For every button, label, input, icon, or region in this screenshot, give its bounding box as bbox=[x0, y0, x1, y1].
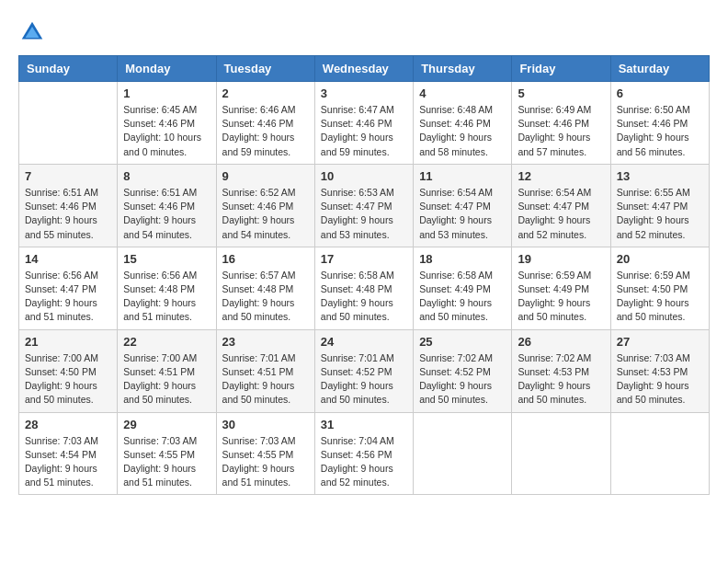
day-number: 2 bbox=[222, 86, 309, 100]
weekday-header-row: SundayMondayTuesdayWednesdayThursdayFrid… bbox=[19, 56, 710, 82]
day-cell: 21Sunrise: 7:00 AM Sunset: 4:50 PM Dayli… bbox=[19, 329, 118, 412]
day-cell: 4Sunrise: 6:48 AM Sunset: 4:46 PM Daylig… bbox=[414, 82, 512, 165]
day-cell: 7Sunrise: 6:51 AM Sunset: 4:46 PM Daylig… bbox=[19, 164, 118, 247]
day-number: 6 bbox=[617, 86, 703, 100]
day-number: 30 bbox=[222, 418, 309, 431]
day-number: 23 bbox=[222, 335, 309, 349]
day-cell: 19Sunrise: 6:59 AM Sunset: 4:49 PM Dayli… bbox=[512, 247, 610, 329]
day-number: 12 bbox=[518, 169, 604, 183]
week-row-2: 7Sunrise: 6:51 AM Sunset: 4:46 PM Daylig… bbox=[19, 164, 710, 247]
day-number: 15 bbox=[123, 252, 210, 266]
logo-icon bbox=[18, 18, 46, 46]
day-number: 24 bbox=[321, 335, 407, 349]
day-cell: 27Sunrise: 7:03 AM Sunset: 4:53 PM Dayli… bbox=[610, 329, 709, 412]
day-cell: 15Sunrise: 6:56 AM Sunset: 4:48 PM Dayli… bbox=[118, 247, 216, 329]
day-number: 8 bbox=[123, 169, 210, 183]
day-info: Sunrise: 6:54 AM Sunset: 4:47 PM Dayligh… bbox=[419, 186, 506, 242]
day-info: Sunrise: 6:47 AM Sunset: 4:46 PM Dayligh… bbox=[321, 103, 407, 159]
day-cell: 16Sunrise: 6:57 AM Sunset: 4:48 PM Dayli… bbox=[216, 247, 314, 329]
day-cell: 22Sunrise: 7:00 AM Sunset: 4:51 PM Dayli… bbox=[118, 329, 216, 412]
day-cell bbox=[19, 82, 118, 165]
day-info: Sunrise: 7:03 AM Sunset: 4:53 PM Dayligh… bbox=[617, 351, 703, 408]
day-info: Sunrise: 6:53 AM Sunset: 4:47 PM Dayligh… bbox=[321, 186, 407, 242]
day-cell: 17Sunrise: 6:58 AM Sunset: 4:48 PM Dayli… bbox=[314, 247, 413, 329]
day-cell: 2Sunrise: 6:46 AM Sunset: 4:46 PM Daylig… bbox=[216, 82, 314, 165]
day-number: 18 bbox=[419, 252, 506, 266]
day-number: 11 bbox=[419, 169, 506, 183]
day-info: Sunrise: 6:49 AM Sunset: 4:46 PM Dayligh… bbox=[518, 103, 604, 159]
day-info: Sunrise: 7:03 AM Sunset: 4:54 PM Dayligh… bbox=[25, 434, 111, 490]
weekday-header-saturday: Saturday bbox=[610, 56, 709, 82]
day-cell: 28Sunrise: 7:03 AM Sunset: 4:54 PM Dayli… bbox=[19, 412, 118, 495]
day-number: 10 bbox=[321, 169, 407, 183]
day-info: Sunrise: 6:58 AM Sunset: 4:48 PM Dayligh… bbox=[321, 269, 407, 325]
day-cell: 8Sunrise: 6:51 AM Sunset: 4:46 PM Daylig… bbox=[118, 164, 216, 247]
day-info: Sunrise: 6:57 AM Sunset: 4:48 PM Dayligh… bbox=[222, 269, 309, 325]
day-number: 28 bbox=[25, 418, 111, 431]
day-number: 29 bbox=[123, 418, 210, 431]
weekday-header-thursday: Thursday bbox=[414, 56, 512, 82]
day-number: 17 bbox=[321, 252, 407, 266]
day-info: Sunrise: 7:03 AM Sunset: 4:55 PM Dayligh… bbox=[123, 434, 210, 490]
day-info: Sunrise: 6:56 AM Sunset: 4:48 PM Dayligh… bbox=[123, 269, 210, 325]
day-number: 16 bbox=[222, 252, 309, 266]
day-cell: 1Sunrise: 6:45 AM Sunset: 4:46 PM Daylig… bbox=[118, 82, 216, 165]
day-cell: 9Sunrise: 6:52 AM Sunset: 4:46 PM Daylig… bbox=[216, 164, 314, 247]
day-cell bbox=[610, 412, 709, 495]
day-number: 22 bbox=[123, 335, 210, 349]
day-number: 7 bbox=[25, 169, 111, 183]
day-cell: 14Sunrise: 6:56 AM Sunset: 4:47 PM Dayli… bbox=[19, 247, 118, 329]
calendar-table: SundayMondayTuesdayWednesdayThursdayFrid… bbox=[18, 55, 710, 495]
day-cell: 10Sunrise: 6:53 AM Sunset: 4:47 PM Dayli… bbox=[314, 164, 413, 247]
week-row-5: 28Sunrise: 7:03 AM Sunset: 4:54 PM Dayli… bbox=[19, 412, 710, 495]
day-cell: 12Sunrise: 6:54 AM Sunset: 4:47 PM Dayli… bbox=[512, 164, 610, 247]
day-info: Sunrise: 7:00 AM Sunset: 4:50 PM Dayligh… bbox=[25, 351, 111, 408]
day-number: 13 bbox=[617, 169, 703, 183]
day-number: 31 bbox=[321, 418, 407, 431]
day-info: Sunrise: 7:01 AM Sunset: 4:51 PM Dayligh… bbox=[222, 351, 309, 408]
day-number: 27 bbox=[617, 335, 703, 349]
day-info: Sunrise: 6:51 AM Sunset: 4:46 PM Dayligh… bbox=[25, 186, 111, 242]
weekday-header-wednesday: Wednesday bbox=[314, 56, 413, 82]
day-number: 20 bbox=[617, 252, 703, 266]
day-number: 5 bbox=[518, 86, 604, 100]
day-cell: 11Sunrise: 6:54 AM Sunset: 4:47 PM Dayli… bbox=[414, 164, 512, 247]
day-info: Sunrise: 6:55 AM Sunset: 4:47 PM Dayligh… bbox=[617, 186, 703, 242]
day-cell: 30Sunrise: 7:03 AM Sunset: 4:55 PM Dayli… bbox=[216, 412, 314, 495]
day-cell bbox=[414, 412, 512, 495]
day-info: Sunrise: 7:03 AM Sunset: 4:55 PM Dayligh… bbox=[222, 434, 309, 490]
day-cell: 13Sunrise: 6:55 AM Sunset: 4:47 PM Dayli… bbox=[610, 164, 709, 247]
day-cell: 3Sunrise: 6:47 AM Sunset: 4:46 PM Daylig… bbox=[314, 82, 413, 165]
day-cell: 6Sunrise: 6:50 AM Sunset: 4:46 PM Daylig… bbox=[610, 82, 709, 165]
day-info: Sunrise: 6:59 AM Sunset: 4:50 PM Dayligh… bbox=[617, 269, 703, 325]
day-info: Sunrise: 6:52 AM Sunset: 4:46 PM Dayligh… bbox=[222, 186, 309, 242]
day-cell: 18Sunrise: 6:58 AM Sunset: 4:49 PM Dayli… bbox=[414, 247, 512, 329]
weekday-header-monday: Monday bbox=[118, 56, 216, 82]
week-row-4: 21Sunrise: 7:00 AM Sunset: 4:50 PM Dayli… bbox=[19, 329, 710, 412]
weekday-header-friday: Friday bbox=[512, 56, 610, 82]
day-cell: 25Sunrise: 7:02 AM Sunset: 4:52 PM Dayli… bbox=[414, 329, 512, 412]
day-info: Sunrise: 7:02 AM Sunset: 4:53 PM Dayligh… bbox=[518, 351, 604, 408]
day-info: Sunrise: 6:58 AM Sunset: 4:49 PM Dayligh… bbox=[419, 269, 506, 325]
day-number: 3 bbox=[321, 86, 407, 100]
day-info: Sunrise: 6:45 AM Sunset: 4:46 PM Dayligh… bbox=[123, 103, 210, 159]
day-number: 21 bbox=[25, 335, 111, 349]
day-cell: 5Sunrise: 6:49 AM Sunset: 4:46 PM Daylig… bbox=[512, 82, 610, 165]
page-header bbox=[18, 18, 710, 46]
day-info: Sunrise: 7:00 AM Sunset: 4:51 PM Dayligh… bbox=[123, 351, 210, 408]
day-info: Sunrise: 7:04 AM Sunset: 4:56 PM Dayligh… bbox=[321, 434, 407, 490]
day-number: 14 bbox=[25, 252, 111, 266]
day-cell: 26Sunrise: 7:02 AM Sunset: 4:53 PM Dayli… bbox=[512, 329, 610, 412]
day-info: Sunrise: 6:54 AM Sunset: 4:47 PM Dayligh… bbox=[518, 186, 604, 242]
day-number: 9 bbox=[222, 169, 309, 183]
day-info: Sunrise: 6:48 AM Sunset: 4:46 PM Dayligh… bbox=[419, 103, 506, 159]
day-cell: 29Sunrise: 7:03 AM Sunset: 4:55 PM Dayli… bbox=[118, 412, 216, 495]
day-info: Sunrise: 6:50 AM Sunset: 4:46 PM Dayligh… bbox=[617, 103, 703, 159]
day-number: 19 bbox=[518, 252, 604, 266]
day-number: 4 bbox=[419, 86, 506, 100]
day-number: 26 bbox=[518, 335, 604, 349]
logo bbox=[18, 18, 50, 46]
day-number: 1 bbox=[123, 86, 210, 100]
day-info: Sunrise: 6:46 AM Sunset: 4:46 PM Dayligh… bbox=[222, 103, 309, 159]
day-info: Sunrise: 7:02 AM Sunset: 4:52 PM Dayligh… bbox=[419, 351, 506, 408]
